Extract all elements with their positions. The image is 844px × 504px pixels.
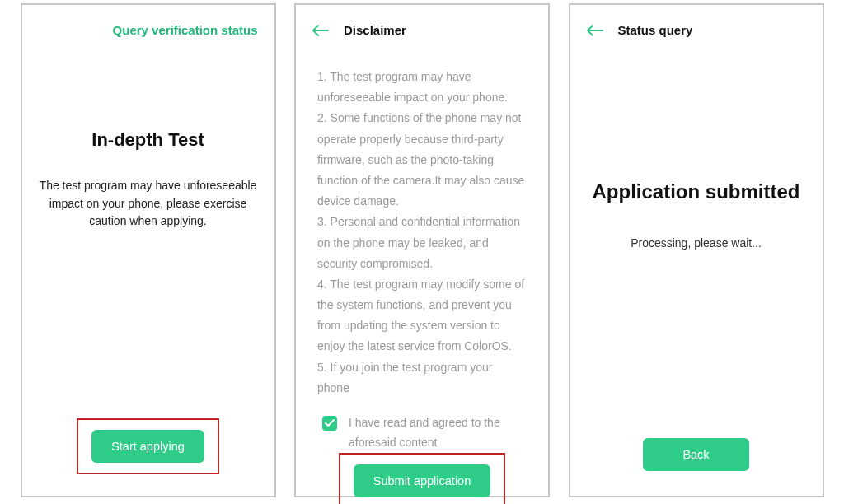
page-title: Application submitted [585, 180, 808, 203]
page-title: In-depth Test [91, 129, 204, 151]
disclaimer-text: 1. The test program may have unforeseeab… [317, 67, 525, 399]
topbar: Disclaimer [296, 5, 548, 49]
footer-button-row: Submit application [296, 453, 548, 504]
start-applying-button[interactable]: Start applying [91, 430, 204, 463]
topbar-title: Status query [618, 23, 693, 37]
back-arrow-icon[interactable] [312, 25, 329, 36]
footer-button-row: Back [570, 438, 823, 496]
topbar: Status query [570, 5, 823, 49]
content-area: Application submitted Processing, please… [570, 49, 823, 438]
topbar-title: Disclaimer [344, 23, 406, 37]
agreement-checkbox[interactable] [322, 416, 337, 431]
call-to-action-highlight: Start applying [77, 418, 219, 474]
submit-application-button[interactable]: Submit application [354, 464, 491, 497]
footer-button-row: Start applying [22, 418, 274, 496]
page-description: The test program may have unforeseeable … [37, 177, 260, 231]
query-verification-link[interactable]: Query verification status [113, 23, 258, 37]
agreement-text: I have read and agreed to the aforesaid … [349, 413, 525, 453]
agreement-row: I have read and agreed to the aforesaid … [317, 413, 525, 453]
screen-disclaimer: Disclaimer 1. The test program may have … [294, 3, 550, 497]
back-arrow-icon[interactable] [587, 25, 603, 36]
content-area: In-depth Test The test program may have … [22, 49, 274, 418]
content-area: 1. The test program may have unforeseeab… [296, 49, 548, 453]
call-to-action-highlight: Submit application [339, 453, 506, 504]
topbar: Query verification status [22, 5, 274, 49]
disclaimer-body: 1. The test program may have unforeseeab… [311, 49, 533, 453]
status-text: Processing, please wait... [585, 236, 808, 250]
back-button[interactable]: Back [643, 438, 748, 471]
screen-indepth-test: Query verification status In-depth Test … [21, 3, 276, 497]
screen-status-query: Status query Application submitted Proce… [569, 3, 824, 497]
